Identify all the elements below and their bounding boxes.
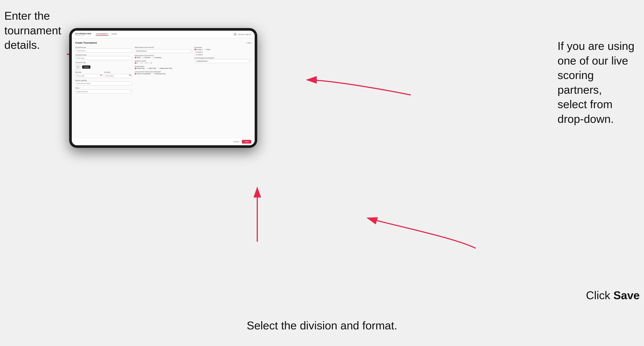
form-footer: Cancel Save <box>72 138 255 145</box>
scoring-match[interactable]: Match Play <box>146 68 156 69</box>
teams-teams-radio[interactable] <box>135 73 136 75</box>
click-save-bold: Save <box>614 289 640 302</box>
tablet-screen: SCOREBOARD Powered by Clippit TOURNAMENT… <box>72 31 255 145</box>
venue-input[interactable] <box>75 90 132 93</box>
rounds-3-label: 3 <box>146 62 147 64</box>
format-type-label: Format type <box>194 47 251 48</box>
save-button[interactable]: Save <box>242 140 251 144</box>
tournament-host-label: Tournament Host <box>75 47 132 48</box>
tournament-logo-group: Tournament logo Upload <box>75 62 132 70</box>
format-6count5[interactable]: 6 count 5 <box>194 54 203 55</box>
svg-point-2 <box>78 66 78 67</box>
gender-mens[interactable]: Mens <box>135 57 140 58</box>
scoring-match-label: Match Play <box>148 68 156 69</box>
rounds-3-radio[interactable] <box>144 62 146 64</box>
tournament-name-group: Tournament name <box>75 54 132 60</box>
tournament-host-group: Tournament Host <box>75 47 132 52</box>
teams-teams[interactable]: Teams (+Individuals) <box>135 73 151 75</box>
nav-logo: SCOREBOARD Powered by Clippit <box>75 33 92 36</box>
start-date-input[interactable] <box>75 74 103 78</box>
rounds-2-radio[interactable] <box>140 62 141 64</box>
division-label: Which division is the event for? <box>135 47 192 48</box>
format-6count4-radio[interactable] <box>194 51 196 53</box>
format-type-group: Format type 5 count 4 6 count 4 <box>194 47 251 55</box>
cancel-button[interactable]: Cancel <box>232 140 240 144</box>
scoring-medal-match[interactable]: Medal Match Play <box>158 68 172 69</box>
live-scoring-field[interactable]: Leaderboard King × ▾ <box>194 59 251 63</box>
scoring-medal-match-label: Medal Match Play <box>160 68 172 69</box>
nav-logo-title: SCOREBOARD <box>75 33 92 35</box>
venue-label: Venue <box>75 87 132 89</box>
live-scoring-label: Use third-party live scoring API? <box>194 57 251 59</box>
teams-individuals[interactable]: Individuals Only <box>152 73 166 75</box>
upload-button[interactable]: Upload <box>82 65 90 69</box>
gender-combined-radio[interactable] <box>152 57 154 58</box>
click-save-prefix: Click <box>586 289 613 302</box>
date-row: Start date 📅 End date 📅 <box>75 71 132 78</box>
division-select[interactable]: NCAA Division I <box>135 49 192 53</box>
format-col-right: Other <box>204 49 210 55</box>
format-other[interactable]: Other <box>204 49 210 50</box>
navbar: SCOREBOARD Powered by Clippit TOURNAMENT… <box>72 31 255 38</box>
format-5count4-label: 5 count 4 <box>196 49 203 50</box>
format-type-row: 5 count 4 6 count 4 6 count 5 <box>194 49 251 55</box>
scoring-stroke-label: Stroke Play <box>137 68 144 69</box>
format-6count5-label: 6 count 5 <box>196 54 203 55</box>
format-5count4[interactable]: 5 count 4 <box>194 49 203 50</box>
teams-radio-group: Teams (+Individuals) Individuals Only <box>135 73 192 75</box>
form-col-2: Which division is the event for? NCAA Di… <box>135 47 192 93</box>
scoring-stroke[interactable]: Stroke Play <box>135 68 144 69</box>
gender-combined-label: Combined <box>154 57 161 58</box>
nav-link-tournaments[interactable]: TOURNAMENTS <box>96 33 108 36</box>
gender-combined[interactable]: Combined <box>152 57 161 58</box>
rounds-1-radio[interactable] <box>135 62 136 64</box>
teams-individuals-label: Individuals Only <box>155 73 166 74</box>
gender-womens[interactable]: Womens <box>142 57 150 58</box>
format-6count4[interactable]: 6 count 4 <box>194 51 203 53</box>
teams-individuals-radio[interactable] <box>152 73 154 75</box>
page-header: Create Tournament < Back <box>75 41 251 44</box>
nav-logo-sub: Powered by Clippit <box>75 35 92 36</box>
live-scoring-clear-icon[interactable]: × <box>207 60 208 62</box>
tournament-name-input[interactable] <box>75 56 132 60</box>
end-date-input[interactable] <box>104 74 132 78</box>
rounds-4[interactable]: 4 <box>149 62 152 64</box>
rounds-radio-group: 1 2 3 4 <box>135 62 192 64</box>
teams-group: Is this event for Teams and/or Individua… <box>135 71 192 75</box>
sponsor-input[interactable] <box>75 82 132 85</box>
rounds-label: Number of rounds <box>135 60 192 62</box>
nav-link-teams[interactable]: TEAMS <box>111 33 117 36</box>
nav-right: Test User | Sign out <box>234 33 251 36</box>
live-scoring-value: Leaderboard King <box>196 60 207 62</box>
gender-mens-radio[interactable] <box>135 57 136 58</box>
rounds-4-radio[interactable] <box>149 62 151 64</box>
tablet-frame: SCOREBOARD Powered by Clippit TOURNAMENT… <box>69 28 257 148</box>
scoring-radio-group: Stroke Play Match Play Medal Match Play <box>135 68 192 69</box>
form-columns: Tournament Host Tournament name Tourname… <box>75 47 251 93</box>
gender-womens-radio[interactable] <box>142 57 144 58</box>
format-other-radio[interactable] <box>204 49 206 50</box>
gender-radio-group: Mens Womens Combined <box>135 57 192 58</box>
scoring-match-radio[interactable] <box>146 68 148 69</box>
calendar-icon-end: 📅 <box>129 75 131 76</box>
rounds-2-label: 2 <box>142 62 142 64</box>
venue-select-wrap: ▾ <box>75 89 132 94</box>
teams-teams-label: Teams (+Individuals) <box>137 73 151 74</box>
live-scoring-group: Use third-party live scoring API? Leader… <box>194 57 251 63</box>
format-6count5-radio[interactable] <box>194 54 196 55</box>
form-col-3: Format type 5 count 4 6 count 4 <box>194 47 251 93</box>
main-content: Create Tournament < Back Tournament Host… <box>72 38 255 138</box>
rounds-2[interactable]: 2 <box>140 62 142 64</box>
rounds-1[interactable]: 1 <box>135 62 138 64</box>
start-date-wrap: 📅 <box>75 73 103 78</box>
annotation-topright: If you are using one of our live scoring… <box>558 39 640 127</box>
tournament-host-input[interactable] <box>75 49 132 52</box>
scoring-stroke-radio[interactable] <box>135 68 136 69</box>
format-5count4-radio[interactable] <box>194 49 196 50</box>
scoring-medal-match-radio[interactable] <box>158 68 160 69</box>
back-link[interactable]: < Back <box>246 42 251 44</box>
logo-placeholder <box>75 64 81 70</box>
annotation-topleft: Enter the tournament details. <box>4 9 65 52</box>
start-date-label: Start date <box>75 71 103 73</box>
rounds-3[interactable]: 3 <box>144 62 147 64</box>
